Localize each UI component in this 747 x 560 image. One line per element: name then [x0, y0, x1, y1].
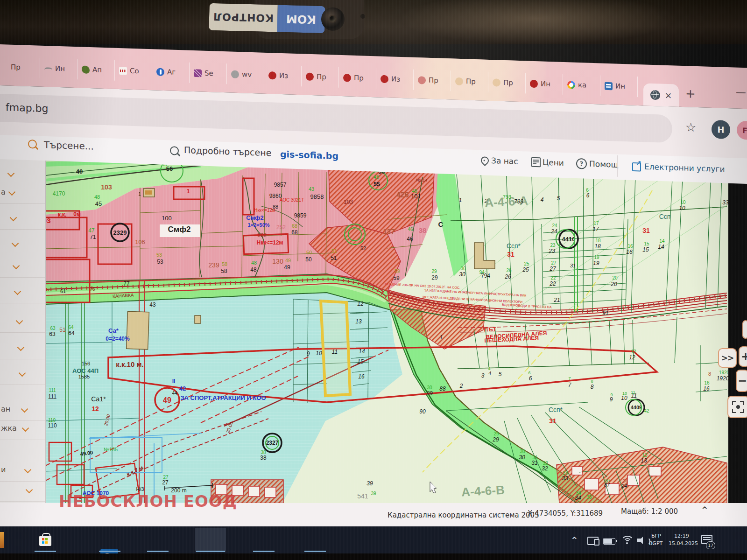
map-label: 48 — [251, 260, 257, 266]
browser-tab[interactable]: Пр — [3, 56, 40, 78]
sidebar-row[interactable]: жка — [0, 419, 45, 440]
store-icon[interactable] — [36, 531, 54, 549]
map-canvas[interactable]: 232944104409232749 38406941701034845к.к.… — [45, 154, 728, 503]
browser-tab[interactable]: Se — [190, 63, 227, 84]
map-label: 1 — [459, 197, 462, 203]
map-label: 45 — [95, 200, 102, 207]
tab-favicon-red-icon — [306, 72, 314, 81]
zoom-out-button[interactable]: − — [736, 370, 747, 392]
bookmark-star-icon[interactable]: ☆ — [685, 120, 696, 134]
window-minimize-button[interactable]: — — [736, 86, 746, 98]
menu-help[interactable]: Помощ — [589, 159, 618, 169]
app-underline — [253, 551, 275, 552]
sidebar-row[interactable] — [0, 164, 45, 185]
map-label: 426 — [396, 191, 409, 199]
panel-expand-button[interactable]: >> — [718, 348, 737, 368]
map-label: 103 — [101, 183, 112, 191]
map-label: 103 — [344, 199, 353, 205]
taskbar-cut-icon[interactable] — [0, 532, 4, 548]
map-label: 31 — [570, 263, 576, 268]
browser-tab[interactable]: wv — [227, 63, 264, 85]
sidebar-row[interactable] — [0, 282, 45, 303]
browser-tab[interactable]: Пр — [488, 72, 526, 94]
map-label: 111 — [48, 393, 57, 400]
browser-tab[interactable]: Ин — [600, 75, 638, 97]
sidebar-row[interactable] — [0, 209, 45, 230]
map-label: 19 — [593, 260, 599, 266]
clock-time[interactable]: 12:19 — [674, 533, 689, 539]
map-label: 64 — [68, 330, 75, 336]
browser-tab[interactable]: Аг — [152, 61, 190, 83]
sidebar-row[interactable] — [0, 234, 45, 255]
locate-button[interactable] — [727, 396, 747, 418]
zoom-in-button[interactable]: + — [739, 346, 747, 367]
browser-tab[interactable]: Co — [115, 60, 152, 82]
clock-date[interactable]: 15.04.2025 — [669, 540, 698, 546]
browser-tab[interactable]: ка — [563, 74, 600, 96]
active-tab[interactable]: × — [643, 83, 679, 106]
map-label: 30 — [459, 271, 465, 278]
active-app-highlight — [195, 528, 226, 552]
map-label: Нкк<=12м — [257, 239, 283, 246]
app-underline — [35, 551, 56, 552]
browser-tab[interactable]: Пр — [302, 66, 339, 88]
battery-icon[interactable] — [603, 538, 615, 545]
menu-about[interactable]: За нас — [491, 156, 518, 166]
map-label: АОС 3021Т — [280, 197, 304, 203]
search-input[interactable]: Търсене... — [44, 139, 94, 152]
menu-eservices[interactable]: Електронни услуги — [644, 162, 725, 174]
map-label: Смф2 — [168, 225, 191, 234]
browser-tab[interactable]: Из — [264, 65, 302, 87]
browser-tab[interactable]: Из — [376, 68, 414, 90]
sidebar-row[interactable]: ан — [0, 400, 45, 421]
map-label: 42 — [644, 408, 649, 413]
sidebar-row[interactable] — [0, 257, 45, 278]
browser-tab[interactable]: Пр — [414, 70, 451, 91]
tab-label: wv — [242, 70, 252, 79]
map-label: к.к. — [58, 211, 67, 218]
tray-expand-icon[interactable]: ^ — [571, 536, 578, 544]
map-label: 6 — [528, 371, 530, 375]
detailed-search-icon — [170, 146, 179, 155]
browser-tab[interactable]: Ин — [526, 73, 563, 95]
app-underline — [304, 551, 326, 552]
sidebar-row[interactable] — [0, 481, 45, 502]
map-label: 239 — [208, 261, 219, 269]
browser-tab[interactable]: Пр — [339, 67, 376, 89]
tab-close-icon[interactable]: × — [665, 90, 672, 101]
map-label: 16 — [703, 385, 710, 392]
speaker-icon[interactable] — [637, 537, 645, 544]
language-indicator-line2[interactable]: BGPT — [649, 540, 662, 546]
wifi-icon[interactable] — [621, 536, 632, 545]
map-label: Смф2 — [246, 214, 263, 221]
sidebar-row[interactable] — [0, 312, 45, 333]
detailed-search-link[interactable]: Подробно търсене — [184, 145, 271, 158]
sidebar-row[interactable]: и — [0, 461, 45, 482]
sidebar-row[interactable]: а — [0, 183, 45, 204]
tab-label: Se — [204, 69, 213, 78]
profile-avatar[interactable]: H — [712, 120, 730, 139]
browser-tab[interactable]: Ап — [78, 59, 115, 81]
menu-prices[interactable]: Цени — [543, 158, 564, 168]
devices-icon[interactable] — [587, 537, 599, 545]
sidebar-row[interactable] — [0, 338, 45, 359]
tab-label: Пр — [11, 63, 21, 72]
browser-update-pill[interactable]: Fi — [737, 121, 747, 140]
chevron-down-icon — [14, 288, 21, 295]
sidebar-row[interactable] — [0, 364, 45, 385]
status-collapse-icon[interactable]: ^ — [702, 505, 708, 514]
brand-link[interactable]: gis-sofia.bg — [280, 149, 338, 161]
language-indicator-line1[interactable]: БГР — [651, 533, 661, 539]
chevron-down-icon — [8, 189, 16, 196]
map-label: 39 — [371, 491, 376, 496]
browser-tab[interactable]: Ин — [40, 58, 78, 80]
map-label: 0м — [73, 211, 81, 217]
map-label: 793 — [503, 194, 511, 200]
map-label: 8 — [591, 379, 593, 384]
map-label: 793 — [514, 198, 523, 205]
new-tab-button[interactable]: + — [685, 86, 696, 101]
tab-label: Из — [279, 71, 288, 80]
browser-tab[interactable]: Пр — [451, 70, 488, 92]
chevron-down-icon — [24, 466, 32, 474]
map-control-sliver[interactable] — [742, 320, 747, 339]
